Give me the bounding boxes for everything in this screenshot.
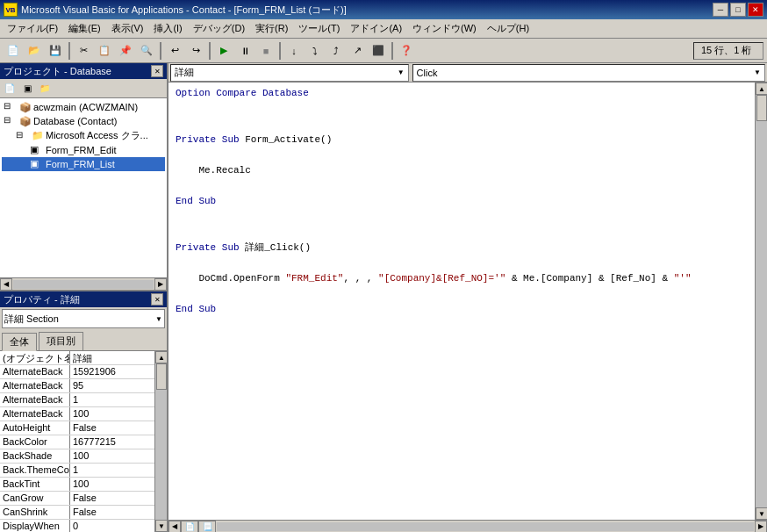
props-col-val-altback2[interactable]: 95	[70, 379, 154, 392]
props-row-backshade: BackShade 100	[0, 449, 154, 464]
toolbar-copy[interactable]: 📋	[95, 41, 114, 61]
app-icon: VB	[4, 3, 18, 17]
toolbar-open[interactable]: 📂	[25, 41, 44, 61]
properties-table: (オブジェクト名) 詳細 AlternateBack 15921906 Alte…	[0, 351, 154, 532]
right-panel: 詳細 ▼ Click ▼ Option Compare Database Pri…	[168, 63, 767, 532]
code-view-full[interactable]: 📄	[181, 521, 198, 533]
props-col-val-displaywhen[interactable]: 0	[70, 520, 154, 532]
tree-icon-form-list: ▣	[30, 158, 44, 170]
tree-item-access[interactable]: ⊟ 📁 Microsoft Access クラ...	[2, 128, 165, 143]
code-line-15: End Sub	[176, 302, 748, 318]
hscroll-right[interactable]: ▶	[154, 278, 167, 291]
properties-dropdown[interactable]: 詳細 Section ▼	[2, 309, 165, 328]
props-vscroll-up[interactable]: ▲	[155, 351, 168, 363]
menu-edit[interactable]: 編集(E)	[63, 20, 106, 37]
menu-addins[interactable]: アドイン(A)	[345, 20, 407, 37]
tree-item-label-acwzmain: acwzmain (ACWZMAIN)	[33, 102, 138, 112]
props-col-name-canshrink: CanShrink	[0, 506, 70, 519]
code-line-5	[176, 147, 748, 163]
props-col-val-autoheight[interactable]: False	[70, 421, 154, 435]
props-row-canshrink: CanShrink False	[0, 506, 154, 520]
props-col-val-objectname[interactable]: 詳細	[70, 351, 154, 364]
properties-panel-close[interactable]: ✕	[151, 293, 163, 306]
code-hscroll-right[interactable]: ▶	[755, 521, 767, 533]
code-container: Option Compare Database Private Sub Form…	[168, 83, 767, 520]
menu-run[interactable]: 実行(R)	[250, 20, 293, 37]
tree-item-database[interactable]: ⊟ 📦 Database (Contact)	[2, 114, 165, 128]
code-vscroll-down[interactable]: ▼	[756, 507, 767, 520]
close-button[interactable]: ✕	[748, 3, 763, 17]
props-col-val-backcolor[interactable]: 16777215	[70, 435, 154, 449]
menu-debug[interactable]: デバッグ(D)	[188, 20, 250, 37]
props-col-val-altback4[interactable]: 100	[70, 407, 154, 421]
menu-tools[interactable]: ツール(T)	[293, 20, 345, 37]
props-col-val-altback3[interactable]: 1	[70, 393, 154, 406]
props-col-val-cangrow[interactable]: False	[70, 492, 154, 505]
tree-expand-icon: ⊟	[4, 101, 18, 113]
code-hscroll-left[interactable]: ◀	[168, 521, 181, 533]
code-area[interactable]: Option Compare Database Private Sub Form…	[168, 83, 755, 520]
code-hscroll[interactable]: ◀ 📄 📃 ▶	[168, 520, 767, 532]
menu-window[interactable]: ウィンドウ(W)	[407, 20, 482, 37]
props-col-val-canshrink[interactable]: False	[70, 506, 154, 519]
props-col-val-backtheme[interactable]: 1	[70, 464, 154, 477]
tree-item-frm-list[interactable]: ▣ Form_FRM_List	[2, 157, 165, 171]
menu-insert[interactable]: 挿入(I)	[148, 20, 187, 37]
tree-icon-form-edit: ▣	[30, 144, 44, 156]
toolbar-new[interactable]: 📄	[4, 41, 23, 61]
toolbar-debug5[interactable]: ⬛	[369, 41, 388, 61]
menu-view[interactable]: 表示(V)	[106, 20, 149, 37]
code-vscroll-up[interactable]: ▲	[756, 83, 767, 95]
props-col-val-altback1[interactable]: 15921906	[70, 365, 154, 378]
code-vscroll-thumb[interactable]	[756, 95, 767, 121]
properties-tab-all[interactable]: 全体	[2, 333, 37, 351]
tree-item-acwzmain[interactable]: ⊟ 📦 acwzmain (ACWZMAIN)	[2, 100, 165, 114]
code-vscroll-track[interactable]	[756, 95, 767, 507]
props-vscroll-down[interactable]: ▼	[155, 520, 168, 532]
toolbar-cut[interactable]: ✂	[74, 41, 93, 61]
code-vscroll[interactable]: ▲ ▼	[755, 83, 767, 520]
tree-expand-icon-db: ⊟	[4, 115, 18, 127]
props-col-name-altback1: AlternateBack	[0, 365, 70, 378]
toolbar-help-btn[interactable]: ❓	[397, 41, 416, 61]
props-vscroll-track[interactable]	[155, 363, 167, 520]
toolbar-debug1[interactable]: ↓	[284, 41, 304, 61]
props-row-displaywhen: DisplayWhen 0	[0, 520, 154, 532]
menu-file[interactable]: ファイル(F)	[2, 20, 63, 37]
project-view-code[interactable]: 📄	[2, 81, 18, 97]
toolbar-redo[interactable]: ↪	[186, 41, 205, 61]
toolbar-sep3	[209, 42, 211, 60]
code-proc-dropdown[interactable]: Click ▼	[412, 64, 765, 82]
hscroll-track[interactable]	[13, 280, 154, 289]
tree-item-frm-edit[interactable]: ▣ Form_FRM_Edit	[2, 143, 165, 157]
toolbar-debug4[interactable]: ↗	[348, 41, 367, 61]
main-layout: プロジェクト - Database ✕ 📄 ▣ 📁 ⊟ 📦 acwzmain (…	[0, 63, 767, 532]
code-object-dropdown[interactable]: 詳細 ▼	[170, 64, 409, 82]
props-vscroll-thumb[interactable]	[156, 363, 167, 390]
toolbar-paste[interactable]: 📌	[116, 41, 135, 61]
props-col-val-backtint[interactable]: 100	[70, 478, 154, 491]
toolbar-pause[interactable]: ⏸	[235, 41, 254, 61]
toolbar: 📄 📂 💾 ✂ 📋 📌 🔍 ↩ ↪ ▶ ⏸ ■ ↓ ⤵ ⤴ ↗ ⬛ ❓ 15 行…	[0, 39, 767, 63]
toolbar-undo[interactable]: ↩	[165, 41, 184, 61]
toolbar-find[interactable]: 🔍	[137, 41, 156, 61]
props-col-val-backshade[interactable]: 100	[70, 449, 154, 463]
properties-tab-category[interactable]: 項目別	[39, 332, 83, 350]
minimize-button[interactable]: ─	[713, 3, 728, 17]
menu-help[interactable]: ヘルプ(H)	[482, 20, 534, 37]
toolbar-save[interactable]: 💾	[46, 41, 65, 61]
hscroll-left[interactable]: ◀	[0, 278, 12, 291]
restore-button[interactable]: □	[730, 3, 746, 17]
toolbar-stop[interactable]: ■	[256, 41, 276, 61]
project-panel-close[interactable]: ✕	[151, 65, 163, 77]
toolbar-run[interactable]: ▶	[214, 41, 233, 61]
toolbar-debug2[interactable]: ⤵	[305, 41, 325, 61]
project-toggle-folders[interactable]: 📁	[37, 81, 53, 97]
toolbar-debug3[interactable]: ⤴	[326, 41, 346, 61]
code-view-proc[interactable]: 📃	[198, 521, 216, 533]
project-view-object[interactable]: ▣	[19, 81, 35, 97]
props-row-backtint: BackTint 100	[0, 478, 154, 492]
properties-vscroll[interactable]: ▲ ▼	[154, 351, 167, 532]
project-hscroll[interactable]: ◀ ▶	[0, 277, 167, 290]
code-hscroll-track[interactable]	[217, 522, 754, 531]
